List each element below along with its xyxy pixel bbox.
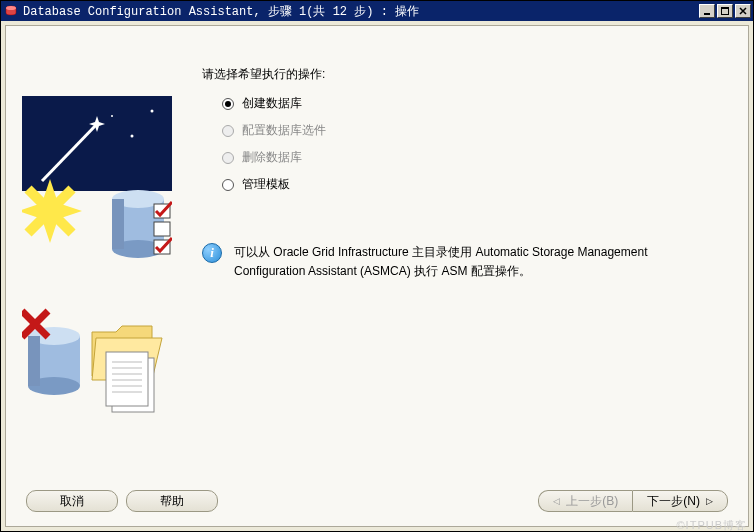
nav-button-group: ◁ 上一步(B) 下一步(N) ▷ xyxy=(538,490,728,512)
svg-rect-19 xyxy=(154,222,170,236)
svg-point-7 xyxy=(131,135,134,138)
svg-rect-17 xyxy=(112,199,124,249)
radio-icon xyxy=(222,152,234,164)
info-text: 可以从 Oracle Grid Infrastructure 主目录使用 Aut… xyxy=(234,243,728,281)
radio-icon xyxy=(222,179,234,191)
window-controls xyxy=(699,4,751,18)
info-icon: i xyxy=(202,243,222,263)
watermark: ©ITPUB博客 xyxy=(677,518,748,532)
button-label: 上一步(B) xyxy=(566,493,618,510)
svg-rect-24 xyxy=(28,336,40,386)
button-label: 帮助 xyxy=(160,493,184,510)
options-area: 请选择希望执行的操作: 创建数据库 配置数据库选件 删除数据库 xyxy=(202,66,728,281)
titlebar: Database Configuration Assistant, 步骤 1(共… xyxy=(1,1,753,21)
svg-point-6 xyxy=(151,110,154,113)
cancel-button[interactable]: 取消 xyxy=(26,490,118,512)
back-button: ◁ 上一步(B) xyxy=(538,490,632,512)
svg-rect-4 xyxy=(721,7,729,9)
close-button[interactable] xyxy=(735,4,751,18)
content-area: 请选择希望执行的操作: 创建数据库 配置数据库选件 删除数据库 xyxy=(1,21,753,531)
svg-point-8 xyxy=(111,115,113,117)
chevron-left-icon: ◁ xyxy=(553,496,560,506)
radio-label: 创建数据库 xyxy=(242,95,302,112)
radio-icon xyxy=(222,125,234,137)
minimize-button[interactable] xyxy=(699,4,715,18)
radio-label: 配置数据库选件 xyxy=(242,122,326,139)
button-label: 下一步(N) xyxy=(647,493,700,510)
app-icon xyxy=(3,3,19,19)
window-title: Database Configuration Assistant, 步骤 1(共… xyxy=(23,3,699,20)
button-label: 取消 xyxy=(60,493,84,510)
info-message: i 可以从 Oracle Grid Infrastructure 主目录使用 A… xyxy=(202,243,728,281)
radio-label: 管理模板 xyxy=(242,176,290,193)
svg-point-1 xyxy=(6,6,16,10)
wizard-panel: 请选择希望执行的操作: 创建数据库 配置数据库选件 删除数据库 xyxy=(5,25,749,527)
radio-manage-templates[interactable]: 管理模板 xyxy=(222,176,728,193)
help-button[interactable]: 帮助 xyxy=(126,490,218,512)
next-button[interactable]: 下一步(N) ▷ xyxy=(632,490,728,512)
radio-label: 删除数据库 xyxy=(242,149,302,166)
radio-configure-options: 配置数据库选件 xyxy=(222,122,728,139)
prompt-label: 请选择希望执行的操作: xyxy=(202,66,728,83)
dbca-window: Database Configuration Assistant, 步骤 1(共… xyxy=(0,0,754,532)
maximize-button[interactable] xyxy=(717,4,733,18)
wizard-button-bar: 取消 帮助 ◁ 上一步(B) 下一步(N) ▷ xyxy=(6,490,748,512)
operation-radio-group: 创建数据库 配置数据库选件 删除数据库 管理模板 xyxy=(222,95,728,193)
radio-icon xyxy=(222,98,234,110)
chevron-right-icon: ▷ xyxy=(706,496,713,506)
svg-rect-2 xyxy=(704,13,710,15)
radio-create-database[interactable]: 创建数据库 xyxy=(222,95,728,112)
svg-rect-26 xyxy=(106,352,148,406)
radio-delete-database: 删除数据库 xyxy=(222,149,728,166)
wizard-illustration xyxy=(22,96,172,426)
